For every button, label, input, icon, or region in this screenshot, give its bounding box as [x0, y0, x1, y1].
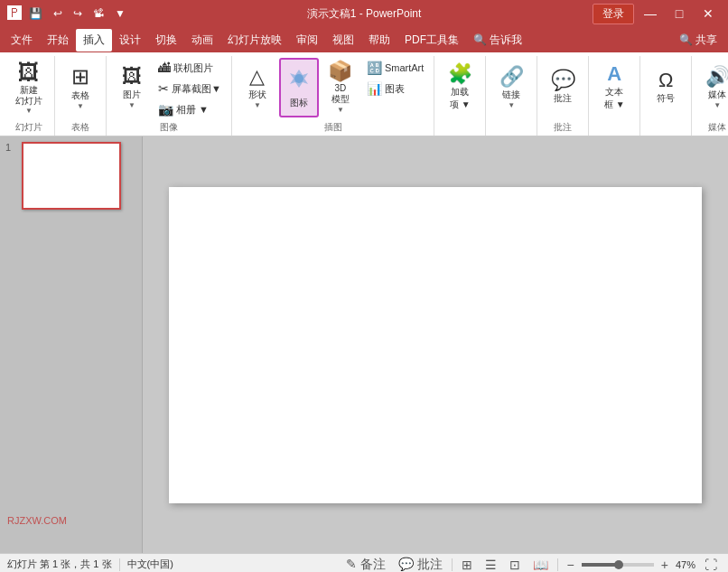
- table-button[interactable]: ⊞ 表格 ▼: [61, 58, 100, 117]
- icons-button[interactable]: 图标: [279, 58, 319, 117]
- comment-button[interactable]: 💬 批注: [543, 58, 583, 117]
- close-button[interactable]: ✕: [695, 1, 721, 26]
- ribbon-group-addins-items: 🧩 加载项 ▼: [440, 58, 480, 132]
- ribbon-group-table-items: ⊞ 表格 ▼: [61, 58, 100, 119]
- menu-file[interactable]: 文件: [4, 29, 40, 52]
- new-slide-button[interactable]: 🖼 新建幻灯片 ▼: [9, 58, 49, 117]
- zoom-thumb[interactable]: [614, 560, 623, 569]
- redo-quick-btn[interactable]: ↪: [70, 5, 86, 22]
- zoom-out-button[interactable]: −: [564, 556, 578, 573]
- comments-group-label: 批注: [543, 121, 583, 134]
- 3d-models-icon: 📦: [328, 61, 352, 81]
- menu-share[interactable]: 🔍 共享: [672, 29, 724, 52]
- title-bar: 🅿 💾 ↩ ↪ 📽 ▼ 演示文稿1 - PowerPoint 登录 — □ ✕: [0, 0, 728, 27]
- addins-icon: 🧩: [448, 64, 472, 84]
- picture-button[interactable]: 🖼 图片 ▼: [112, 58, 152, 117]
- textbox-icon: A: [607, 64, 621, 84]
- ribbon-group-media: 🔊 媒体 ▼ 媒体: [692, 56, 728, 136]
- link-button[interactable]: 🔗 链接 ▼: [491, 58, 531, 117]
- addins-button[interactable]: 🧩 加载项 ▼: [440, 58, 480, 117]
- login-button[interactable]: 登录: [593, 4, 634, 24]
- canvas-area: [143, 136, 728, 553]
- normal-view-button[interactable]: ⊞: [458, 556, 476, 573]
- chart-icon: 📊: [367, 81, 382, 96]
- new-slide-icon: 🖼: [18, 61, 40, 83]
- screenshot-button[interactable]: ✂ 屏幕截图▼: [154, 79, 226, 98]
- shapes-icon: △: [249, 67, 265, 87]
- slide-sorter-button[interactable]: ⊡: [506, 556, 524, 573]
- zoom-area: − + 47%: [564, 556, 695, 573]
- slide-canvas[interactable]: [169, 187, 702, 503]
- ribbon: 🖼 新建幻灯片 ▼ 幻灯片 ⊞ 表格 ▼ 表格 🖼: [0, 52, 728, 136]
- status-bar: 幻灯片 第 1 张，共 1 张 中文(中国) ✎ 备注 💬 批注 ⊞ ☰ ⊡ 📖…: [0, 553, 728, 572]
- zoom-in-button[interactable]: +: [658, 556, 672, 573]
- image-small-buttons: 🏙 联机图片 ✂ 屏幕截图▼ 📷 相册 ▼: [154, 58, 226, 119]
- shapes-button[interactable]: △ 形状 ▼: [238, 58, 277, 117]
- title-right: 登录 — □ ✕: [593, 1, 721, 26]
- menu-search[interactable]: 🔍 告诉我: [466, 29, 529, 52]
- menu-animations[interactable]: 动画: [184, 29, 220, 52]
- ribbon-group-image-items: 🖼 图片 ▼ 🏙 联机图片 ✂ 屏幕截图▼ 📷 相册 ▼: [112, 58, 226, 119]
- menu-home[interactable]: 开始: [40, 29, 76, 52]
- ribbon-group-slides: 🖼 新建幻灯片 ▼ 幻灯片: [4, 56, 55, 136]
- ribbon-group-symbols: Ω 符号: [640, 56, 692, 136]
- ribbon-group-text: A 文本框 ▼: [589, 56, 640, 136]
- minimize-button[interactable]: —: [638, 1, 663, 26]
- album-button[interactable]: 📷 相册 ▼: [154, 99, 226, 119]
- comments-status-button[interactable]: 💬 批注: [395, 555, 446, 573]
- ribbon-group-text-items: A 文本框 ▼: [594, 58, 634, 132]
- menu-bar: 文件 开始 插入 设计 切换 动画 幻灯片放映 审阅 视图 帮助 PDF工具集 …: [0, 27, 728, 52]
- chart-button[interactable]: 📊 图表: [362, 79, 428, 98]
- ribbon-group-comments-items: 💬 批注: [543, 58, 583, 119]
- menu-review[interactable]: 审阅: [289, 29, 325, 52]
- status-sep-2: [452, 558, 453, 571]
- image-group-label: 图像: [112, 121, 226, 134]
- ribbon-group-links-items: 🔗 链接 ▼: [491, 58, 531, 132]
- slide-thumbnail-1[interactable]: [22, 142, 121, 210]
- menu-help[interactable]: 帮助: [361, 29, 397, 52]
- undo-quick-btn[interactable]: ↩: [50, 5, 66, 22]
- main-area: 1 RJZXW.COM: [0, 136, 728, 553]
- ribbon-content: 🖼 新建幻灯片 ▼ 幻灯片 ⊞ 表格 ▼ 表格 🖼: [0, 52, 728, 136]
- online-picture-icon: 🏙: [158, 61, 171, 75]
- textbox-button[interactable]: A 文本框 ▼: [594, 58, 634, 117]
- menu-pdf[interactable]: PDF工具集: [397, 29, 466, 52]
- picture-icon: 🖼: [122, 67, 142, 87]
- menu-view[interactable]: 视图: [325, 29, 361, 52]
- illustrations-group-label: 插图: [238, 121, 428, 134]
- media-button[interactable]: 🔊 媒体 ▼: [697, 58, 728, 117]
- ribbon-group-symbols-items: Ω 符号: [646, 58, 686, 132]
- table-group-label: 表格: [61, 121, 100, 134]
- icons-icon: [286, 66, 312, 95]
- reading-view-button[interactable]: 📖: [529, 556, 552, 573]
- app-icon: 🅿: [7, 5, 22, 22]
- menu-design[interactable]: 设计: [112, 29, 148, 52]
- notes-button[interactable]: ✎ 备注: [342, 555, 389, 573]
- ribbon-group-slides-items: 🖼 新建幻灯片 ▼: [9, 58, 49, 119]
- outline-view-button[interactable]: ☰: [481, 556, 500, 573]
- menu-insert[interactable]: 插入: [76, 29, 112, 52]
- menu-slideshow[interactable]: 幻灯片放映: [220, 29, 289, 52]
- zoom-slider[interactable]: [582, 563, 654, 567]
- title-left: 🅿 💾 ↩ ↪ 📽 ▼: [7, 5, 129, 22]
- fit-page-button[interactable]: ⛶: [701, 556, 721, 573]
- status-sep-3: [557, 558, 558, 571]
- symbol-button[interactable]: Ω 符号: [646, 58, 686, 117]
- ribbon-group-image: 🖼 图片 ▼ 🏙 联机图片 ✂ 屏幕截图▼ 📷 相册 ▼: [107, 56, 232, 136]
- language-info: 中文(中国): [127, 558, 173, 571]
- link-icon: 🔗: [499, 67, 524, 87]
- maximize-button[interactable]: □: [667, 1, 692, 26]
- save-quick-btn[interactable]: 💾: [25, 5, 46, 22]
- comment-icon: 💬: [551, 70, 575, 90]
- quick-access-dropdown[interactable]: ▼: [111, 5, 129, 22]
- present-quick-btn[interactable]: 📽: [89, 5, 107, 22]
- menu-transitions[interactable]: 切换: [148, 29, 184, 52]
- ribbon-group-media-items: 🔊 媒体 ▼: [697, 58, 728, 119]
- document-title: 演示文稿1 - PowerPoint: [307, 7, 422, 20]
- smartart-button[interactable]: 🔠 SmartArt: [362, 58, 428, 78]
- album-icon: 📷: [158, 102, 173, 117]
- online-picture-button[interactable]: 🏙 联机图片: [154, 58, 226, 78]
- status-right: ✎ 备注 💬 批注 ⊞ ☰ ⊡ 📖 − + 47% ⛶: [342, 555, 721, 573]
- title-center: 演示文稿1 - PowerPoint: [307, 6, 422, 22]
- 3d-models-button[interactable]: 📦 3D模型 ▼: [321, 58, 360, 117]
